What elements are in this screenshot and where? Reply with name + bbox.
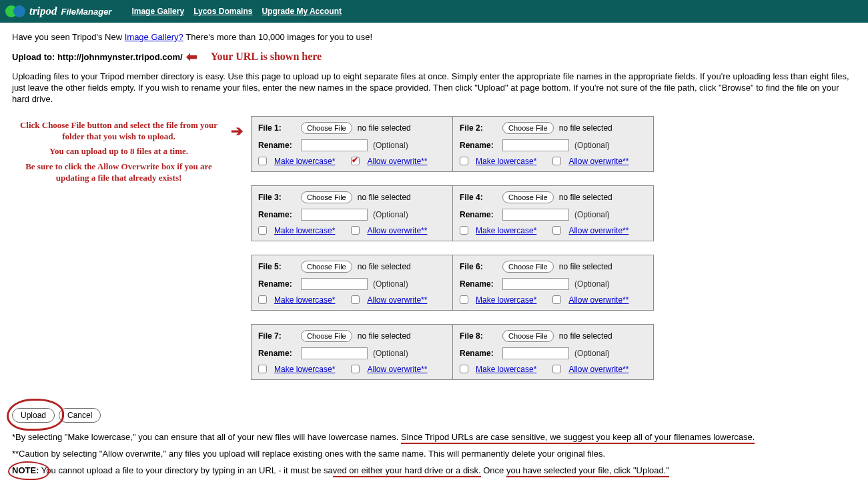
url-annotation: Your URL is shown here — [211, 51, 322, 63]
choose-file-button[interactable]: Choose File — [301, 122, 352, 134]
file-label: File 4: — [460, 193, 497, 202]
lowercase-link[interactable]: Make lowercase* — [274, 226, 335, 235]
nav-image-gallery[interactable]: Image Gallery — [131, 7, 184, 16]
file-label: File 6: — [460, 262, 497, 271]
nav-upgrade[interactable]: Upgrade My Account — [262, 7, 342, 16]
rename-label: Rename: — [258, 141, 296, 150]
overwrite-checkbox[interactable] — [552, 365, 561, 373]
choose-file-button[interactable]: Choose File — [502, 261, 554, 273]
file-label: File 1: — [258, 123, 296, 133]
footnote-note: NOTE: You cannot upload a file to your d… — [12, 465, 856, 475]
overwrite-link[interactable]: Allow overwrite** — [568, 365, 628, 374]
logo-icon — [5, 4, 25, 19]
no-file-text: no file selected — [559, 193, 612, 202]
lowercase-link[interactable]: Make lowercase* — [274, 295, 335, 305]
rename-label: Rename: — [258, 279, 296, 289]
lowercase-checkbox[interactable] — [460, 157, 468, 165]
file-label: File 7: — [258, 331, 296, 341]
lowercase-checkbox[interactable] — [460, 226, 468, 235]
choose-file-button[interactable]: Choose File — [502, 191, 554, 203]
lowercase-link[interactable]: Make lowercase* — [274, 365, 335, 374]
no-file-text: no file selected — [559, 123, 612, 133]
intro-text: Have you seen Tripod's New Image Gallery… — [12, 32, 856, 42]
optional-text: (Optional) — [373, 141, 408, 150]
file-box-1: File 1:Choose Fileno file selectedRename… — [251, 116, 452, 172]
overwrite-link[interactable]: Allow overwrite** — [568, 226, 628, 235]
overwrite-checkbox[interactable] — [552, 295, 561, 304]
overwrite-checkbox[interactable] — [351, 365, 360, 373]
rename-input[interactable] — [502, 139, 569, 151]
no-file-text: no file selected — [358, 123, 411, 133]
lowercase-link[interactable]: Make lowercase* — [476, 157, 536, 166]
no-file-text: no file selected — [358, 193, 411, 202]
overwrite-link[interactable]: Allow overwrite** — [367, 226, 427, 235]
cancel-button[interactable]: Cancel — [59, 408, 101, 423]
lowercase-checkbox[interactable] — [258, 365, 267, 373]
file-label: File 5: — [258, 262, 296, 271]
rename-input[interactable] — [301, 209, 368, 221]
lowercase-checkbox[interactable] — [258, 226, 267, 235]
logo: tripod FileManager — [5, 4, 111, 19]
rename-input[interactable] — [301, 347, 368, 359]
rename-label: Rename: — [460, 141, 497, 150]
nav-lycos-domains[interactable]: Lycos Domains — [193, 7, 252, 16]
file-box-5: File 5:Choose Fileno file selectedRename… — [251, 255, 452, 311]
no-file-text: no file selected — [559, 331, 612, 341]
file-box-8: File 8:Choose Fileno file selectedRename… — [452, 324, 654, 380]
choose-file-button[interactable]: Choose File — [502, 330, 554, 342]
brand-b: FileManager — [61, 7, 112, 17]
optional-text: (Optional) — [574, 210, 610, 219]
rename-label: Rename: — [460, 210, 497, 219]
footnote-lowercase: *By selecting "Make lowercase," you can … — [12, 432, 856, 442]
no-file-text: no file selected — [559, 262, 612, 271]
overwrite-link[interactable]: Allow overwrite** — [568, 295, 628, 305]
overwrite-checkbox[interactable] — [351, 226, 360, 235]
choose-file-button[interactable]: Choose File — [301, 330, 352, 342]
image-gallery-link[interactable]: Image Gallery? — [125, 32, 183, 42]
rename-label: Rename: — [258, 210, 296, 219]
lowercase-link[interactable]: Make lowercase* — [476, 226, 536, 235]
choose-file-button[interactable]: Choose File — [301, 191, 352, 203]
lowercase-checkbox[interactable] — [460, 295, 468, 304]
file-box-3: File 3:Choose Fileno file selectedRename… — [251, 185, 452, 241]
file-box-6: File 6:Choose Fileno file selectedRename… — [452, 255, 654, 311]
rename-input[interactable] — [502, 347, 569, 359]
rename-input[interactable] — [301, 278, 368, 290]
choose-file-button[interactable]: Choose File — [301, 261, 352, 273]
overwrite-link[interactable]: Allow overwrite** — [367, 157, 427, 166]
overwrite-link[interactable]: Allow overwrite** — [568, 157, 628, 166]
overwrite-checkbox[interactable] — [552, 226, 561, 235]
lowercase-checkbox[interactable] — [258, 157, 267, 165]
optional-text: (Optional) — [574, 279, 610, 289]
overwrite-link[interactable]: Allow overwrite** — [367, 365, 427, 374]
upload-grid: File 1:Choose Fileno file selectedRename… — [251, 116, 654, 393]
file-label: File 8: — [460, 331, 497, 341]
overwrite-checkbox[interactable] — [552, 157, 561, 165]
lowercase-link[interactable]: Make lowercase* — [274, 157, 335, 166]
header-bar: tripod FileManager Image Gallery Lycos D… — [0, 0, 868, 23]
choose-file-button[interactable]: Choose File — [502, 122, 554, 134]
rename-input[interactable] — [301, 139, 368, 151]
left-annotations: Click Choose File button and select the … — [12, 116, 226, 188]
brand-a: tripod — [29, 5, 57, 18]
lowercase-checkbox[interactable] — [460, 365, 468, 373]
upload-button[interactable]: Upload — [12, 408, 55, 423]
no-file-text: no file selected — [358, 262, 411, 271]
description: Uploading files to your Tripod member di… — [12, 71, 856, 105]
rename-label: Rename: — [258, 349, 296, 358]
file-box-7: File 7:Choose Fileno file selectedRename… — [251, 324, 452, 380]
file-box-4: File 4:Choose Fileno file selectedRename… — [452, 185, 654, 241]
file-label: File 3: — [258, 193, 296, 202]
optional-text: (Optional) — [574, 349, 610, 358]
rename-label: Rename: — [460, 279, 497, 289]
lowercase-link[interactable]: Make lowercase* — [476, 365, 536, 374]
overwrite-checkbox[interactable] — [351, 157, 360, 165]
rename-input[interactable] — [502, 209, 569, 221]
lowercase-link[interactable]: Make lowercase* — [476, 295, 536, 305]
upload-url: Upload to: http://johnmynster.tripod.com… — [12, 52, 183, 62]
rename-input[interactable] — [502, 278, 569, 290]
lowercase-checkbox[interactable] — [258, 295, 267, 304]
overwrite-checkbox[interactable] — [351, 295, 360, 304]
optional-text: (Optional) — [574, 141, 610, 150]
overwrite-link[interactable]: Allow overwrite** — [367, 295, 427, 305]
